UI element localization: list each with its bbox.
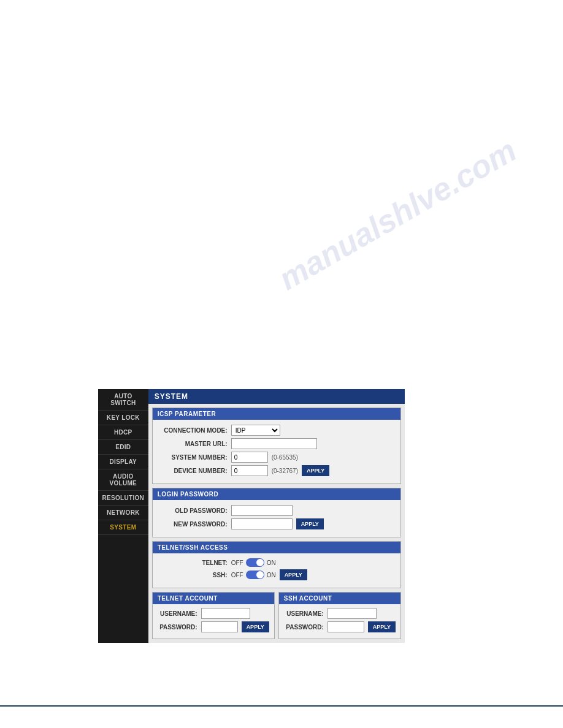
ssh-account-section: SSH ACCOUNT USERNAME: PASSWORD: APPLY — [278, 592, 401, 639]
telnet-ssh-access-header: TELNET/SSH ACCESS — [153, 542, 400, 553]
system-number-hint: (0-65535) — [272, 454, 298, 461]
telnet-password-row: PASSWORD: APPLY — [158, 621, 269, 632]
device-number-input[interactable] — [231, 465, 268, 476]
device-number-label: DEVICE NUMBER: — [160, 468, 228, 474]
new-password-input[interactable] — [231, 518, 293, 529]
device-number-row: DEVICE NUMBER: (0-32767) APPLY — [160, 465, 393, 476]
telnet-label: TELNET: — [160, 559, 228, 566]
bottom-line — [0, 705, 563, 707]
telnet-username-label: USERNAME: — [158, 610, 197, 617]
accounts-row: TELNET ACCOUNT USERNAME: PASSWORD: APPLY… — [152, 592, 401, 639]
ssh-apply-button[interactable]: APPLY — [280, 569, 307, 580]
sidebar-item-network[interactable]: NETWORK — [98, 506, 148, 520]
icsp-apply-button[interactable]: APPLY — [302, 465, 329, 476]
password-apply-button[interactable]: APPLY — [296, 518, 324, 529]
telnet-password-label: PASSWORD: — [158, 624, 197, 631]
login-password-section: LOGIN PASSWORD OLD PASSWORD: NEW PASSWOR… — [152, 488, 401, 537]
old-password-label: OLD PASSWORD: — [160, 507, 228, 514]
telnet-ssh-access-body: TELNET: OFF ON SSH: OFF ON APPLY — [153, 553, 400, 588]
icsp-parameter-header: ICSP PARAMETER — [153, 408, 400, 420]
sidebar-item-display[interactable]: DISPLAY — [98, 455, 148, 469]
icsp-parameter-section: ICSP PARAMETER CONNECTION MODE: IDP TCP … — [152, 408, 401, 484]
telnet-account-section: TELNET ACCOUNT USERNAME: PASSWORD: APPLY — [152, 592, 275, 639]
sidebar-item-audio-volume[interactable]: AUDIO VOLUME — [98, 469, 148, 491]
ssh-password-input[interactable] — [327, 621, 364, 632]
login-password-body: OLD PASSWORD: NEW PASSWORD: APPLY — [153, 500, 400, 537]
login-password-header: LOGIN PASSWORD — [153, 488, 400, 500]
ssh-on-label: ON — [267, 572, 276, 578]
ui-container: AUTO SWITCH KEY LOCK HDCP EDID DISPLAY A… — [98, 389, 405, 643]
ssh-toggle[interactable] — [246, 571, 264, 579]
master-url-input[interactable] — [231, 438, 317, 449]
sidebar-item-edid[interactable]: EDID — [98, 440, 148, 455]
master-url-row: MASTER URL: — [160, 438, 393, 449]
old-password-input[interactable] — [231, 505, 293, 516]
telnet-knob — [256, 559, 264, 566]
ssh-label: SSH: — [160, 572, 228, 578]
telnet-off-label: OFF — [231, 559, 243, 566]
main-content: SYSTEM ICSP PARAMETER CONNECTION MODE: I… — [148, 389, 405, 643]
telnet-username-input[interactable] — [201, 608, 250, 619]
telnet-toggle[interactable] — [246, 558, 264, 567]
ssh-password-row: PASSWORD: APPLY — [284, 621, 396, 632]
new-password-row: NEW PASSWORD: APPLY — [160, 518, 393, 529]
ssh-knob — [256, 571, 264, 578]
ssh-off-label: OFF — [231, 572, 243, 578]
connection-mode-label: CONNECTION MODE: — [160, 427, 228, 434]
ssh-username-label: USERNAME: — [284, 610, 324, 617]
ssh-toggle-row: SSH: OFF ON APPLY — [160, 569, 393, 580]
telnet-account-apply-button[interactable]: APPLY — [242, 621, 269, 632]
telnet-toggle-row: TELNET: OFF ON — [160, 558, 393, 567]
telnet-ssh-access-section: TELNET/SSH ACCESS TELNET: OFF ON SSH: OF… — [152, 541, 401, 588]
sidebar-item-resolution[interactable]: RESOLUTION — [98, 491, 148, 506]
ssh-account-header: SSH ACCOUNT — [279, 593, 400, 604]
connection-mode-row: CONNECTION MODE: IDP TCP UDP — [160, 425, 393, 436]
sidebar-item-hdcp[interactable]: HDCP — [98, 425, 148, 440]
ssh-username-input[interactable] — [327, 608, 377, 619]
watermark: manualshlve.com — [272, 132, 523, 297]
telnet-account-header: TELNET ACCOUNT — [153, 593, 274, 604]
new-password-label: NEW PASSWORD: — [160, 521, 228, 528]
telnet-username-row: USERNAME: — [158, 608, 269, 619]
sidebar: AUTO SWITCH KEY LOCK HDCP EDID DISPLAY A… — [98, 389, 148, 643]
system-number-label: SYSTEM NUMBER: — [160, 454, 228, 461]
system-number-input[interactable] — [231, 452, 268, 463]
connection-mode-select[interactable]: IDP TCP UDP — [231, 425, 280, 436]
icsp-parameter-body: CONNECTION MODE: IDP TCP UDP MASTER URL:… — [153, 420, 400, 483]
master-url-label: MASTER URL: — [160, 441, 228, 447]
sidebar-item-auto-switch[interactable]: AUTO SWITCH — [98, 389, 148, 411]
telnet-on-label: ON — [267, 559, 276, 566]
ssh-account-body: USERNAME: PASSWORD: APPLY — [279, 604, 400, 639]
ssh-account-apply-button[interactable]: APPLY — [368, 621, 396, 632]
sidebar-item-key-lock[interactable]: KEY LOCK — [98, 411, 148, 425]
page-title: SYSTEM — [148, 389, 405, 404]
ssh-username-row: USERNAME: — [284, 608, 396, 619]
sidebar-item-system[interactable]: SYSTEM — [98, 520, 148, 535]
device-number-hint: (0-32767) — [272, 468, 298, 474]
ssh-password-label: PASSWORD: — [284, 624, 324, 631]
telnet-account-body: USERNAME: PASSWORD: APPLY — [153, 604, 274, 639]
old-password-row: OLD PASSWORD: — [160, 505, 393, 516]
system-number-row: SYSTEM NUMBER: (0-65535) — [160, 452, 393, 463]
telnet-password-input[interactable] — [201, 621, 238, 632]
